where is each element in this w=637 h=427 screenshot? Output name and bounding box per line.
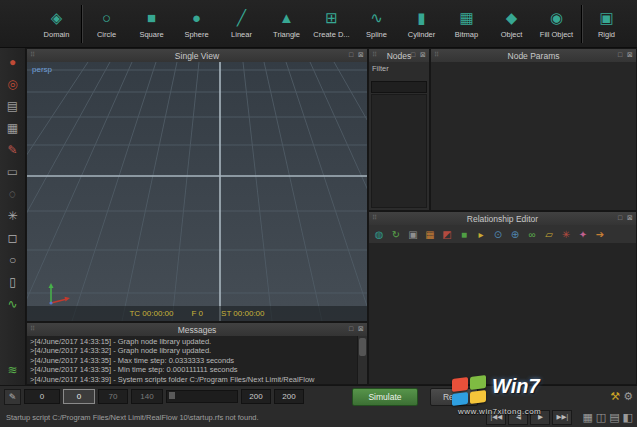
current-frame-field[interactable]: 0 — [63, 389, 95, 404]
wave-tool-icon[interactable]: ∿ — [3, 294, 23, 314]
gear-icon[interactable]: ⚙ — [623, 390, 633, 403]
nodes-title: Nodes — [387, 51, 412, 61]
object-icon: ◆ — [506, 9, 518, 28]
split-view-icon[interactable]: ◫ — [596, 411, 606, 424]
reload-icon[interactable]: ↻ — [389, 227, 403, 241]
float-icon[interactable]: □ — [616, 213, 624, 223]
relationship-editor-panel: ⠿ Relationship Editor □ ⊠ ◍↻▣▦◩■▸⊙⊕∞▱✳✦➔ — [368, 211, 637, 385]
filter-input[interactable] — [371, 81, 427, 93]
timeline-start-field[interactable]: 0 — [24, 389, 60, 404]
particle-cloud-icon[interactable]: ◌ — [3, 184, 23, 204]
toolbar-object-button[interactable]: ◆Object — [489, 2, 534, 46]
toolbar-circle-button[interactable]: ○Circle — [84, 2, 129, 46]
log-line: >[4/June/2017 14:33:35] - Max time step:… — [30, 356, 355, 365]
snapshot-icon[interactable]: ▣ — [406, 227, 420, 241]
go-to-start-button[interactable]: |◀◀ — [486, 410, 506, 425]
camera-label[interactable]: persp — [32, 65, 52, 74]
preview-start-field[interactable]: 70 — [98, 389, 128, 404]
reset-button[interactable]: Reset — [430, 388, 478, 406]
hammer-icon[interactable]: ⚒ — [610, 390, 620, 403]
nodes-list[interactable] — [371, 94, 427, 208]
relationship-titlebar[interactable]: ⠿ Relationship Editor □ ⊠ — [369, 212, 636, 226]
timeline-handle[interactable] — [169, 392, 175, 399]
toolbar-triangle-button[interactable]: ▲Triangle — [264, 2, 309, 46]
mesh-tool-icon[interactable]: ≋ — [3, 360, 23, 380]
filter-label: Filter — [372, 64, 427, 73]
sphere-primitive-icon[interactable]: ○ — [3, 250, 23, 270]
cylinder-primitive-icon[interactable]: ▯ — [3, 272, 23, 292]
palette-icon[interactable]: ◩ — [440, 227, 454, 241]
cube-primitive-icon[interactable]: ◻ — [3, 228, 23, 248]
close-icon[interactable]: ⊠ — [357, 50, 365, 60]
go-to-end-button[interactable]: ▶▶| — [552, 410, 572, 425]
timeline-total-field[interactable]: 200 — [274, 389, 304, 404]
close-icon[interactable]: ⊠ — [626, 50, 634, 60]
star-icon[interactable]: ✦ — [576, 227, 590, 241]
triangle-icon: ▲ — [279, 9, 294, 28]
timecode: TC 00:00:00 — [129, 309, 173, 318]
params-titlebar[interactable]: ⠿ Node Params □ ⊠ — [431, 49, 636, 63]
simulate-button[interactable]: Simulate — [352, 388, 418, 406]
toolbar-cylinder-button[interactable]: ▮Cylinder — [399, 2, 444, 46]
image-icon[interactable]: ▦ — [423, 227, 437, 241]
globe-icon[interactable]: ◍ — [372, 227, 386, 241]
toolbar-create-d-button[interactable]: ⊞Create D... — [309, 2, 354, 46]
grip-icon: ⠿ — [30, 325, 36, 333]
grip-icon: ⠿ — [434, 51, 440, 59]
preview-end-field[interactable]: 140 — [131, 389, 163, 404]
close-icon[interactable]: ⊠ — [357, 324, 365, 334]
zoom-icon[interactable]: ⊕ — [508, 227, 522, 241]
search-icon[interactable]: ⊙ — [491, 227, 505, 241]
toolbar-rigid-button[interactable]: ▣Rigid — [584, 2, 629, 46]
toolbar-bitmap-button[interactable]: ▦Bitmap — [444, 2, 489, 46]
toolbar-sphere-button[interactable]: ●Sphere — [174, 2, 219, 46]
messages-scrollbar[interactable] — [357, 336, 367, 384]
eraser-tool-icon[interactable]: ▭ — [3, 162, 23, 182]
toolbar-spline-button[interactable]: ∿Spline — [354, 2, 399, 46]
play-button[interactable]: ▶ — [530, 410, 550, 425]
rows-view-icon[interactable]: ▤ — [609, 411, 619, 424]
messages-titlebar[interactable]: ⠿ Messages □ ⊠ — [27, 323, 367, 337]
perspective-grid — [27, 62, 367, 321]
toolbar-domain-button[interactable]: ◈Domain — [34, 2, 79, 46]
float-icon[interactable]: □ — [409, 50, 417, 60]
circle-icon: ○ — [102, 9, 111, 28]
step-back-button[interactable]: ◀ — [508, 410, 528, 425]
grid-view-icon[interactable]: ▦ — [582, 411, 592, 424]
log-line: >[4/June/2017 14:33:15] - Graph node lib… — [30, 337, 355, 346]
toolbar-square-button[interactable]: ■Square — [129, 2, 174, 46]
multi-cube-icon[interactable]: ▦ — [3, 118, 23, 138]
toolbar-fill-object-button[interactable]: ◉Fill Object — [534, 2, 579, 46]
toolbar-item-label: Square — [139, 30, 163, 39]
export-icon[interactable]: ➔ — [593, 227, 607, 241]
play-preview-icon[interactable]: ▸ — [474, 227, 488, 241]
float-icon[interactable]: □ — [616, 50, 624, 60]
timeline-end-field[interactable]: 200 — [241, 389, 271, 404]
close-icon[interactable]: ⊠ — [419, 50, 427, 60]
edit-curves-icon[interactable]: ✎ — [4, 389, 21, 405]
float-icon[interactable]: □ — [347, 324, 355, 334]
timeline-slider[interactable] — [166, 390, 238, 403]
link-icon[interactable]: ∞ — [525, 227, 539, 241]
toolbar-separator — [81, 5, 82, 43]
realwave-sphere-icon[interactable]: ● — [3, 52, 23, 72]
nodes-titlebar[interactable]: ⠿ Nodes □ ⊠ — [369, 49, 429, 63]
viewport-titlebar[interactable]: ⠿ Single View □ ⊠ — [27, 49, 367, 63]
circle-emitter-icon[interactable]: ◎ — [3, 74, 23, 94]
folder-icon[interactable]: ▱ — [542, 227, 556, 241]
draw-tool-icon[interactable]: ✎ — [3, 140, 23, 160]
spline-icon: ∿ — [370, 9, 383, 28]
close-icon[interactable]: ⊠ — [626, 213, 634, 223]
float-icon[interactable]: □ — [347, 50, 355, 60]
toolbar-linear-button[interactable]: ╱Linear — [219, 2, 264, 46]
relationship-graph-area[interactable] — [369, 243, 636, 384]
fill-object-icon: ◉ — [550, 9, 563, 28]
nodes-graph-icon[interactable]: ✳ — [559, 227, 573, 241]
object-stack-icon[interactable]: ▤ — [3, 96, 23, 116]
corner-view-icon[interactable]: ◧ — [623, 411, 633, 424]
viewport-canvas[interactable]: persp TC 00:00:00 F 0 ST 00:00:00 — [27, 62, 367, 321]
daemon-icon[interactable]: ✳ — [3, 206, 23, 226]
materials-icon[interactable]: ■ — [457, 227, 471, 241]
nodes-panel: ⠿ Nodes □ ⊠ Filter — [368, 48, 430, 211]
bottom-bar: ✎ 0 0 70 140 200 200 Simulate Reset ⚒ ⚙ … — [0, 385, 637, 427]
